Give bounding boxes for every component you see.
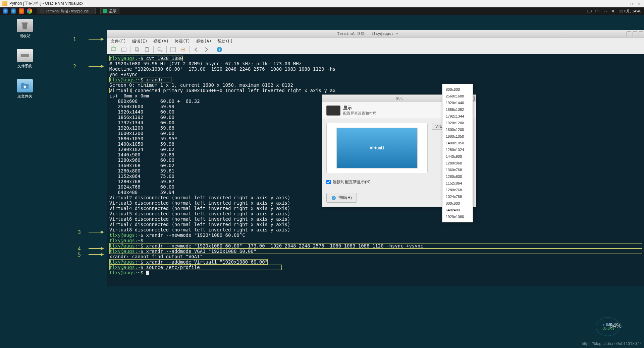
minimize-button[interactable]: — — [622, 1, 626, 6]
menu-icon[interactable] — [3, 8, 8, 14]
resolution-option[interactable]: 1280x768 — [442, 187, 473, 193]
close-button[interactable]: ✕ — [637, 1, 641, 6]
host-titlebar: Python [正在运行] - Oracle VM VirtualBox — □… — [0, 0, 644, 7]
svg-rect-20 — [146, 47, 148, 48]
fullscreen-icon[interactable] — [169, 46, 177, 53]
paste-icon[interactable] — [143, 46, 151, 53]
settings-icon[interactable] — [179, 46, 187, 53]
arrow-3 — [89, 230, 104, 234]
configure-on-connect-checkbox[interactable] — [326, 180, 331, 184]
svg-marker-9 — [101, 230, 104, 234]
network-speed-widget[interactable]: ↑ 1M/s ↓35.6K/s 64% — [596, 317, 620, 336]
resolution-option[interactable]: 1280x960 — [442, 160, 473, 166]
display-preview[interactable]: Virtual1 — [326, 123, 428, 173]
menu-terminal[interactable]: 终端(T) — [175, 39, 190, 44]
menu-tabs[interactable]: 标签(A) — [196, 39, 212, 44]
resolution-option[interactable]: 2560x1600 — [442, 93, 473, 99]
resolution-option[interactable]: 640x480 — [442, 207, 473, 213]
virtualbox-icon — [2, 1, 7, 6]
resolution-option[interactable]: 1920x1440 — [442, 99, 473, 106]
volume-icon[interactable] — [611, 9, 616, 13]
resolution-option[interactable]: 1856x1392 — [442, 106, 473, 113]
resolution-option[interactable]: 1920x1080 — [442, 213, 473, 220]
terminal-titlebar[interactable]: Terminal 终端 - tlxy@augs: ~ — [107, 30, 644, 38]
guest-taskbar: Terminal 终端 - tlxy@augs:... 显示 22 8月, 14… — [0, 7, 644, 15]
globe-icon[interactable] — [11, 8, 16, 14]
battery-icon[interactable] — [595, 9, 600, 13]
drive-icon — [17, 49, 33, 62]
step-2-label: 2 — [73, 64, 76, 70]
svg-marker-11 — [101, 247, 104, 250]
network-icon[interactable] — [603, 9, 608, 13]
arrow-1 — [89, 37, 104, 42]
forward-icon[interactable] — [203, 46, 210, 53]
taskbar-terminal[interactable]: Terminal 终端 - tlxy@augs:... — [37, 8, 96, 14]
resolution-dropdown[interactable]: 800x6002560x16001920x14401856x13921792x1… — [442, 84, 473, 222]
term-max-button[interactable] — [633, 31, 637, 36]
step-3-label: 3 — [78, 229, 81, 235]
arrow-4 — [89, 246, 104, 251]
host-title: Python [正在运行] - Oracle VM VirtualBox — [9, 1, 622, 6]
term-min-button[interactable] — [627, 31, 631, 36]
watermark: https://blog.csdn.net/u011318077 — [582, 341, 641, 346]
chrome-icon[interactable] — [27, 8, 32, 14]
firefox-icon[interactable] — [19, 8, 24, 14]
help-icon[interactable]: ? — [216, 46, 223, 53]
resolution-option[interactable]: 800x600 — [442, 200, 473, 207]
resolution-option[interactable]: 1024x768 — [442, 193, 473, 200]
home-folder-icon — [17, 79, 33, 92]
back-icon[interactable] — [193, 46, 200, 53]
resolution-option[interactable]: 1152x864 — [442, 180, 473, 187]
desktop-icon-home[interactable]: 主文件夹 — [13, 79, 37, 99]
desktop-icon-filesystem[interactable]: 文件系统 — [13, 49, 37, 69]
new-tab-icon[interactable] — [110, 46, 117, 53]
desktop-icon-trash[interactable]: 回收站 — [13, 19, 37, 39]
svg-point-25 — [182, 49, 184, 50]
help-button[interactable]: ?帮助(H) — [326, 193, 357, 203]
step-4-label: 4 — [78, 246, 81, 252]
resolution-option[interactable]: 1680x1050 — [442, 133, 473, 140]
menu-view[interactable]: 视图(V) — [153, 39, 169, 44]
svg-rect-0 — [587, 10, 591, 12]
desktop: 回收站 文件系统 主文件夹 1 2 3 4 5 Terminal 终端 - tl… — [0, 15, 644, 348]
keyboard-icon[interactable] — [587, 9, 592, 13]
term-close-button[interactable] — [639, 31, 643, 36]
step-5-label: 5 — [78, 252, 81, 258]
svg-point-21 — [158, 47, 161, 51]
menu-file[interactable]: 文件(F) — [111, 39, 126, 44]
new-window-icon[interactable] — [120, 46, 127, 53]
svg-marker-7 — [101, 65, 104, 68]
resolution-option[interactable]: 1400x1050 — [442, 140, 473, 146]
svg-rect-19 — [145, 48, 149, 52]
svg-marker-13 — [101, 253, 104, 256]
resolution-option[interactable]: 800x600 — [442, 86, 473, 93]
resolution-option[interactable]: 1920x1200 — [442, 120, 473, 126]
svg-rect-16 — [121, 48, 126, 51]
clock[interactable]: 22 8月, 14:46 — [619, 9, 641, 14]
arrow-5 — [89, 252, 104, 257]
step-1-label: 1 — [73, 37, 76, 43]
monitor-icon — [326, 106, 340, 116]
resolution-option[interactable]: 1792x1344 — [442, 113, 473, 120]
copy-icon[interactable] — [133, 46, 141, 53]
svg-text:?: ? — [218, 47, 220, 52]
maximize-button[interactable]: □ — [630, 1, 633, 6]
search-icon[interactable] — [156, 46, 164, 53]
resolution-option[interactable]: 1600x1200 — [442, 126, 473, 133]
resolution-option[interactable]: 1280x800 — [442, 173, 473, 180]
arrow-2 — [89, 64, 104, 69]
svg-rect-23 — [171, 47, 175, 52]
terminal-toolbar: ? — [107, 45, 644, 54]
menu-edit[interactable]: 编辑(E) — [132, 39, 148, 44]
resolution-option[interactable]: 1280x1024 — [442, 146, 473, 153]
resolution-option[interactable]: 1440x900 — [442, 153, 473, 160]
svg-rect-3 — [21, 54, 29, 57]
resolution-option[interactable]: 1360x768 — [442, 166, 473, 173]
svg-rect-2 — [599, 11, 599, 11]
taskbar-display[interactable]: 显示 — [100, 8, 119, 14]
trash-icon — [17, 19, 33, 32]
display-screen-thumb[interactable]: Virtual1 — [337, 128, 417, 168]
terminal-menubar: 文件(F) 编辑(E) 视图(V) 终端(T) 标签(A) 帮助(H) — [107, 38, 644, 45]
menu-help[interactable]: 帮助(H) — [217, 39, 233, 44]
svg-marker-5 — [101, 38, 104, 41]
